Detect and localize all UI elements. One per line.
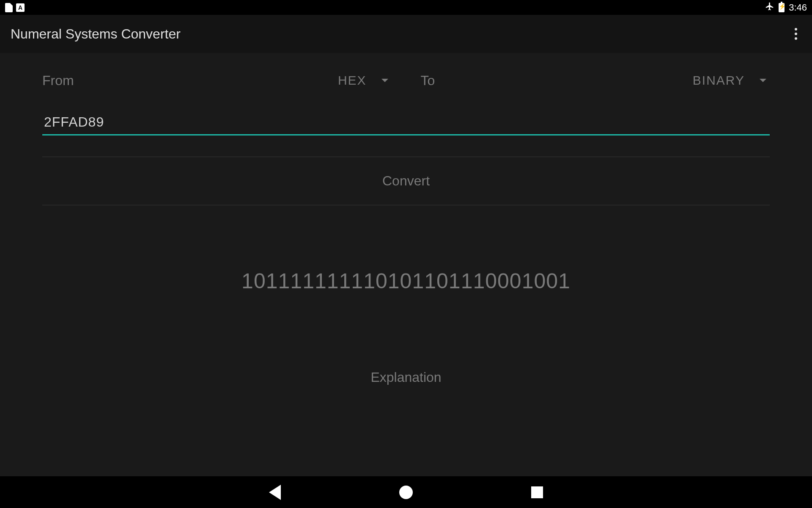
to-dropdown[interactable]: BINARY [689,70,770,91]
input-wrapper [42,110,770,135]
result-value: 101111111110101101110001001 [42,269,770,293]
content-area: From HEX To BINARY Convert 1011111111101… [0,53,812,385]
status-right: 3:46 [765,2,807,14]
result-area: 101111111110101101110001001 [42,205,770,319]
nav-back-button[interactable] [269,485,281,500]
from-label: From [42,73,74,88]
chevron-down-icon [760,79,766,82]
number-input[interactable] [42,110,770,135]
to-label: To [420,73,435,88]
from-selector-group: From HEX [42,70,392,91]
app-title: Numeral Systems Converter [11,26,181,42]
language-a-icon: A [16,3,25,12]
overflow-menu-button[interactable] [790,24,801,44]
convert-button[interactable]: Convert [42,157,770,205]
sd-card-icon [5,3,13,12]
airplane-mode-icon [765,2,774,14]
status-left: A [5,3,25,12]
nav-home-button[interactable] [399,486,413,499]
dot-icon [795,33,797,35]
clock-time: 3:46 [789,2,807,13]
nav-recent-button[interactable] [531,486,543,498]
dot-icon [795,28,797,30]
to-dropdown-value: BINARY [693,73,745,88]
selector-row: From HEX To BINARY [42,70,770,91]
explanation-label: Explanation [42,370,770,385]
chevron-down-icon [381,79,388,82]
dot-icon [795,37,797,40]
convert-button-label: Convert [382,173,430,188]
from-dropdown-value: HEX [338,73,367,88]
status-bar: A 3:46 [0,0,812,15]
battery-charging-icon [779,3,785,12]
explanation-section: Explanation [42,319,770,385]
from-dropdown[interactable]: HEX [335,70,392,91]
navigation-bar [0,476,812,508]
to-selector-group: To BINARY [420,70,770,91]
app-bar: Numeral Systems Converter [0,15,812,53]
